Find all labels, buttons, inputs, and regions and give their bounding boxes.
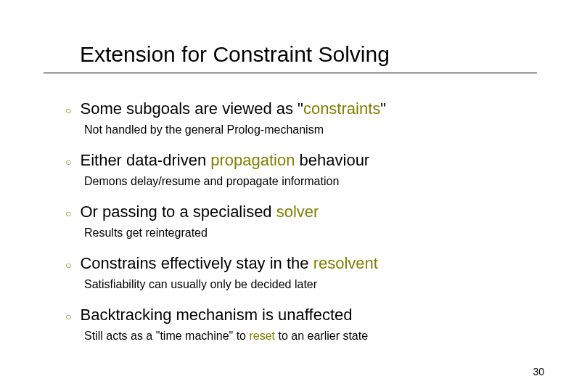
main-text: Some subgoals are viewed as "constraints…	[80, 99, 386, 119]
main-text: Backtracking mechanism is unaffected	[80, 305, 352, 325]
text-post: to an earlier state	[275, 330, 368, 342]
main-line: ○ Either data-driven propagation behavio…	[65, 150, 515, 172]
text-pre: Demons delay/resume and propagate inform…	[84, 175, 339, 187]
bullet-icon: ○	[65, 100, 71, 121]
text-highlight: constraints	[303, 99, 380, 118]
content-area: ○ Some subgoals are viewed as "constrain…	[65, 99, 515, 356]
text-post: behaviour	[295, 151, 369, 169]
sub-text: Not handled by the general Prolog-mechan…	[84, 123, 515, 137]
page-number: 30	[533, 366, 544, 377]
text-post: "	[380, 99, 386, 118]
sub-text: Still acts as a "time machine" to reset …	[84, 329, 515, 343]
list-item: ○ Either data-driven propagation behavio…	[65, 150, 515, 189]
text-highlight: resolvent	[313, 254, 378, 272]
text-pre: Results get reintegrated	[84, 226, 208, 239]
sub-text: Results get reintegrated	[84, 226, 515, 240]
text-highlight: propagation	[210, 151, 295, 169]
main-line: ○ Or passing to a specialised solver	[65, 202, 515, 224]
text-pre: Satisfiability can usually only be decid…	[84, 278, 317, 290]
bullet-icon: ○	[65, 152, 71, 172]
bullet-icon: ○	[65, 255, 71, 275]
text-pre: Still acts as a "time machine" to	[84, 330, 249, 342]
text-pre: Either data-driven	[80, 151, 210, 169]
slide-title: Extension for Constraint Solving	[80, 42, 390, 67]
list-item: ○ Constrains effectively stay in the res…	[65, 253, 515, 292]
list-item: ○ Or passing to a specialised solver Res…	[65, 202, 515, 240]
main-line: ○ Constrains effectively stay in the res…	[65, 253, 515, 275]
slide: Extension for Constraint Solving ○ Some …	[0, 0, 566, 392]
text-pre: Not handled by the general Prolog-mechan…	[84, 123, 324, 136]
main-text: Constrains effectively stay in the resol…	[80, 253, 377, 274]
main-line: ○ Backtracking mechanism is unaffected	[65, 305, 515, 327]
list-item: ○ Backtracking mechanism is unaffected S…	[65, 305, 515, 343]
text-highlight: reset	[249, 330, 275, 342]
main-text: Or passing to a specialised solver	[80, 202, 319, 222]
text-pre: Or passing to a specialised	[80, 203, 276, 221]
bullet-icon: ○	[65, 203, 71, 224]
sub-text: Satisfiability can usually only be decid…	[84, 277, 515, 292]
sub-text: Demons delay/resume and propagate inform…	[84, 174, 515, 189]
title-underline	[44, 73, 537, 73]
main-text: Either data-driven propagation behaviour	[80, 150, 369, 171]
text-pre: Some subgoals are viewed as "	[80, 99, 303, 118]
list-item: ○ Some subgoals are viewed as "constrain…	[65, 99, 515, 137]
text-pre: Constrains effectively stay in the	[80, 254, 313, 272]
main-line: ○ Some subgoals are viewed as "constrain…	[65, 99, 515, 121]
text-highlight: solver	[276, 203, 319, 221]
text-pre: Backtracking mechanism is unaffected	[80, 306, 352, 324]
bullet-icon: ○	[65, 306, 71, 327]
